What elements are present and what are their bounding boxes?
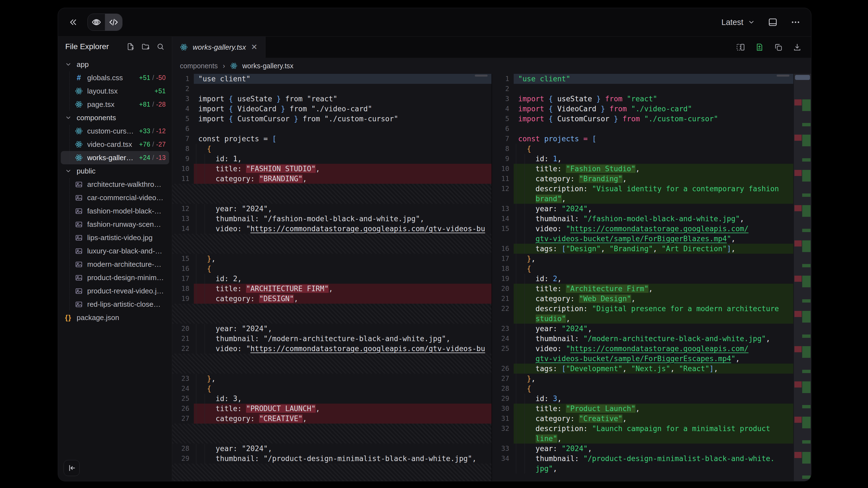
tree-item-product-reveal-video.j[interactable]: product-reveal-video.j…: [61, 284, 169, 298]
app-window: Latest File Explorer: [58, 8, 811, 481]
ruler-mark-red: [795, 452, 802, 458]
tree-folder-components[interactable]: components: [61, 111, 169, 124]
ruler-mark-red: [795, 170, 802, 176]
line-number: 15: [172, 254, 194, 264]
line-number: 28: [492, 384, 514, 394]
diff-stats: +51: [154, 88, 166, 95]
tree-item-video-card.tsx[interactable]: video-card.tsx+76 / -27: [61, 138, 169, 151]
tree-folder-app[interactable]: app: [61, 58, 169, 71]
line-number: 13: [492, 204, 514, 214]
code-content: import { CustomCursor } from "./custom-c…: [514, 114, 793, 124]
new-file-button[interactable]: [126, 42, 135, 51]
tree-item-car-commercial-video[interactable]: car-commercial-video…: [61, 191, 169, 204]
ruler-scroll-thumb: [795, 75, 810, 80]
file-name: video-card.tsx: [87, 140, 132, 149]
code-content: thumbnail: "/modern-architecture-black-a…: [194, 334, 492, 344]
diff-pane-modified[interactable]: 1"use client"23import { useState } from …: [492, 74, 793, 481]
ruler-mark-green: [802, 440, 810, 444]
search-icon[interactable]: [156, 42, 165, 51]
diff-view-button[interactable]: [755, 43, 764, 52]
code-toggle-button[interactable]: [105, 14, 122, 31]
code-content: "use client": [194, 74, 492, 84]
code-row: 3import { useState } from "react": [172, 94, 492, 104]
code-content: video: "https://commondatastorage.google…: [194, 224, 492, 234]
collapse-sidebar-button[interactable]: [64, 460, 80, 476]
code-content: thumbnail: "/product-design-minimalist-b…: [194, 454, 492, 463]
close-tab-icon[interactable]: ✕: [251, 43, 257, 51]
line-number: 16: [172, 264, 194, 274]
tree-item-works-galler[interactable]: works-galler…+24 / -13: [61, 151, 169, 164]
code-content: thumbnail: "/fashion-model-black-and-whi…: [194, 214, 492, 224]
tree-item-product-design-minim[interactable]: product-design-minim…: [61, 271, 169, 284]
diff-spacer: [172, 184, 492, 204]
tree-item-fashion-runway-scen[interactable]: fashion-runway-scen…: [61, 218, 169, 231]
tree-item-fashion-model-black-[interactable]: fashion-model-black-…: [61, 204, 169, 218]
code-row: 27 },: [492, 373, 793, 384]
tree-item-layout.tsx[interactable]: layout.tsx+51: [61, 85, 169, 98]
panel-layout-button[interactable]: [768, 17, 778, 27]
tree-item-package.json[interactable]: {}package.json: [61, 311, 169, 324]
code-content: thumbnail: "/fashion-model-black-and-whi…: [514, 214, 793, 224]
tree-item-globals.css[interactable]: #globals.css+51 / -50: [61, 71, 169, 85]
folder-name: components: [76, 113, 116, 122]
more-options-button[interactable]: [790, 17, 801, 27]
line-number: 32: [492, 424, 514, 444]
tree-item-luxury-car-black-and-[interactable]: luxury-car-black-and-…: [61, 244, 169, 258]
file-name: globals.css: [87, 73, 123, 82]
code-content: title: "Architecture Firm",: [514, 284, 793, 294]
line-number: 15: [492, 224, 514, 244]
line-number: 6: [172, 124, 194, 134]
code-content: id: 1,: [194, 154, 492, 164]
ruler-mark-red: [795, 311, 802, 317]
line-number: 10: [172, 164, 194, 174]
file-name: package.json: [76, 314, 119, 322]
tree-folder-public[interactable]: public: [61, 164, 169, 178]
line-number: 33: [492, 444, 514, 454]
tree-item-page.tsx[interactable]: page.tsx+81 / -28: [61, 98, 169, 111]
css-icon: #: [75, 73, 83, 82]
split-view-button[interactable]: [736, 43, 745, 52]
diff-pane-original[interactable]: 1"use client"23import { useState } from …: [172, 74, 492, 481]
tree-item-lips-artistic-video.jpg[interactable]: lips-artistic-video.jpg: [61, 231, 169, 244]
code-content: {: [514, 144, 793, 154]
line-number: 20: [492, 284, 514, 294]
file-name: works-galler…: [87, 154, 133, 162]
code-row: 14 thumbnail: "/fashion-model-black-and-…: [492, 214, 793, 224]
tree-item-modern-architecture-[interactable]: modern-architecture-…: [61, 258, 169, 271]
version-label: Latest: [721, 18, 743, 27]
scrollbar-thumb[interactable]: [777, 75, 789, 76]
image-icon: [75, 207, 83, 215]
line-number: 25: [492, 344, 514, 364]
copy-icon[interactable]: [774, 43, 783, 52]
version-dropdown[interactable]: Latest: [721, 18, 755, 27]
tab-works-gallery[interactable]: works-gallery.tsx ✕: [172, 37, 266, 58]
code-content: category: "DESIGN",: [194, 294, 492, 304]
collapse-panel-icon[interactable]: [69, 18, 78, 27]
preview-toggle-button[interactable]: [88, 14, 105, 31]
code-row: 17 id: 2,: [172, 274, 492, 284]
scrollbar-thumb[interactable]: [475, 75, 488, 76]
diff-overview-ruler[interactable]: [794, 74, 811, 481]
tree-item-custom-curs[interactable]: custom-curs…+33 / -12: [61, 124, 169, 138]
code-content: import { useState } from "react": [514, 94, 793, 104]
ruler-mark-green: [802, 334, 810, 338]
breadcrumb-folder[interactable]: components: [180, 62, 218, 70]
download-icon[interactable]: [793, 43, 802, 52]
diff-spacer: [172, 424, 492, 444]
diff-row-added: 21 category: "Web Design",: [492, 294, 793, 304]
code-row: 21 thumbnail: "/modern-architecture-blac…: [172, 334, 492, 344]
diff-spacer: [172, 304, 492, 324]
code-content: title: "Product Launch",: [514, 403, 793, 414]
code-row: 15 video: "https://commondatastorage.goo…: [492, 224, 793, 244]
tree-item-red-lips-artistic-close[interactable]: red-lips-artistic-close…: [61, 298, 169, 311]
code-content: year: "2024",: [514, 324, 793, 334]
new-folder-button[interactable]: [141, 42, 150, 51]
diff-row-added: 26 tags: ["Development", "Next.js", "Rea…: [492, 364, 793, 373]
code-row: 28 {: [492, 384, 793, 394]
line-number: 19: [172, 294, 194, 304]
line-number: 26: [172, 403, 194, 414]
code-content: category: "BRANDING",: [194, 174, 492, 184]
line-number: 2: [492, 84, 514, 94]
tree-item-architecture-walkthro[interactable]: architecture-walkthro…: [61, 178, 169, 191]
code-row: 1"use client": [492, 74, 793, 84]
